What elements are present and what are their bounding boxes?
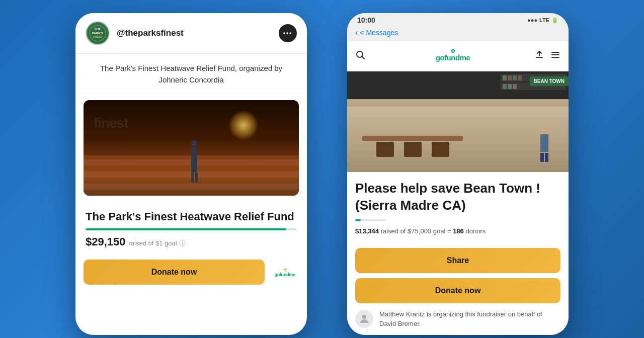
fundraise-stats: $13,344 raised of $75,000 goal = 186 don… (355, 227, 560, 235)
user-handle: @theparksfinest (117, 28, 279, 38)
person-legs (540, 153, 548, 162)
gfm-top-bar: ✿ gofundme (347, 41, 569, 71)
bg-text-decoration: finest (94, 115, 128, 131)
campaign-title: The Park's Finest Heatwave Relief Fund (86, 210, 297, 224)
svg-rect-11 (536, 57, 543, 58)
avatar: THE PARK'S FINEST (86, 21, 110, 45)
progress-bar (86, 228, 297, 230)
floor (347, 107, 569, 172)
gofundme-logo-small: 🌱 gofundme (271, 265, 299, 279)
table-area (362, 136, 463, 157)
campaign-info: The Park's Finest Heatwave Relief Fund $… (75, 203, 307, 252)
back-label: < Messages (360, 29, 398, 37)
shelf-item (503, 75, 507, 80)
left-actions: Donate now 🌱 gofundme (75, 252, 307, 293)
figure-leg-right (195, 173, 198, 183)
raised-amount: $29,150 (86, 235, 126, 248)
light-glow (228, 110, 259, 140)
chair-mid (404, 142, 422, 157)
chevron-left-icon: ‹ (355, 28, 358, 37)
search-svg (355, 50, 365, 60)
shelf-item (503, 84, 507, 89)
table-surface (362, 136, 463, 141)
donors-label: donors (465, 227, 486, 235)
svg-text:🌱: 🌱 (283, 268, 287, 272)
organizer-row: Matthew Krantz is organizing this fundra… (347, 303, 569, 335)
raised-label: raised of $1 goal (129, 239, 177, 247)
avatar-inner: THE PARK'S FINEST (87, 22, 109, 44)
shelf-item (508, 75, 512, 80)
right-content: ✿ gofundme (347, 41, 569, 335)
shelf-item (518, 75, 522, 80)
upload-svg (534, 50, 544, 60)
post-description: The Park's Finest Heatwave Relief Fund, … (75, 54, 307, 93)
person (540, 127, 548, 162)
person-leg-left (540, 153, 544, 162)
svg-point-15 (362, 315, 366, 319)
restaurant-interior: BEAN TOWN (347, 71, 569, 172)
progress-bar-right (355, 219, 385, 221)
shelf-item (513, 75, 517, 80)
more-icon: ••• (283, 30, 293, 37)
shelf-item (513, 84, 517, 89)
left-phone: THE PARK'S FINEST @theparksfinest ••• Th… (75, 13, 307, 335)
lte-label: LTE (539, 17, 549, 23)
svg-text:gofundme: gofundme (274, 272, 295, 277)
search-icon[interactable] (355, 50, 365, 62)
campaign-image: BEAN TOWN (347, 71, 569, 172)
signal-icon: ●●● (527, 17, 537, 23)
phones-container: THE PARK'S FINEST @theparksfinest ••• Th… (0, 0, 644, 338)
donate-button-left[interactable]: Donate now (84, 260, 265, 285)
bean-town-badge: BEAN TOWN (530, 76, 569, 86)
figure-leg-left (191, 173, 194, 183)
shelf-item (508, 84, 512, 89)
left-phone-header: THE PARK'S FINEST @theparksfinest ••• (75, 13, 307, 54)
campaign-title-right: Please help save Bean Town ! (Sierra Mad… (355, 180, 560, 214)
post-image: finest (84, 100, 299, 196)
figure-head (191, 140, 197, 146)
more-button[interactable]: ••• (279, 24, 297, 42)
person-body (540, 134, 548, 152)
donate-button-right[interactable]: Donate now (355, 278, 560, 303)
person-head (541, 127, 547, 133)
figure (187, 140, 202, 181)
amount-row: $29,150 raised of $1 goal ⓘ (86, 235, 297, 252)
chair-right (432, 142, 449, 157)
share-button[interactable]: Share (355, 248, 560, 273)
gofundme-main-logo-svg: ✿ gofundme (425, 47, 480, 62)
goal-text: raised of $75,000 goal (381, 227, 446, 235)
right-phone: 10:00 ●●● LTE 🔋 ‹ < Messages (347, 13, 569, 335)
person-leg-right (545, 153, 548, 162)
gofundme-logo-svg: 🌱 gofundme (271, 265, 299, 279)
right-actions: Share Donate now (347, 248, 569, 303)
battery-icon: 🔋 (551, 17, 558, 24)
nav-bar: ‹ < Messages (347, 26, 569, 41)
organizer-text: Matthew Krantz is organizing this fundra… (379, 309, 560, 329)
status-time: 10:00 (357, 16, 375, 24)
status-icons: ●●● LTE 🔋 (527, 17, 558, 24)
progress-fill (86, 228, 286, 230)
chair-left (376, 142, 394, 157)
gofundme-logo-main: ✿ gofundme (371, 47, 534, 65)
upload-icon[interactable] (534, 50, 544, 62)
back-messages-button[interactable]: ‹ < Messages (355, 28, 398, 37)
separator: = (447, 227, 451, 235)
svg-text:gofundme: gofundme (436, 53, 470, 62)
organizer-icon (355, 310, 373, 328)
amount-raised-right: $13,344 (355, 227, 379, 235)
donors-count: 186 (453, 227, 464, 235)
right-campaign-content: Please help save Bean Town ! (Sierra Mad… (347, 172, 569, 248)
info-icon: ⓘ (179, 239, 186, 248)
chairs (362, 142, 463, 157)
figure-legs (187, 173, 202, 183)
menu-svg (550, 50, 560, 60)
svg-text:THE: THE (94, 27, 101, 31)
svg-text:FINEST: FINEST (93, 35, 103, 38)
progress-fill-right (355, 219, 361, 221)
menu-icon[interactable] (550, 50, 560, 62)
post-image-bg: finest (84, 100, 299, 196)
figure-body (191, 147, 197, 173)
organizer-person-icon (358, 313, 370, 325)
status-bar: 10:00 ●●● LTE 🔋 (347, 13, 569, 26)
svg-text:PARK'S: PARK'S (92, 32, 103, 35)
